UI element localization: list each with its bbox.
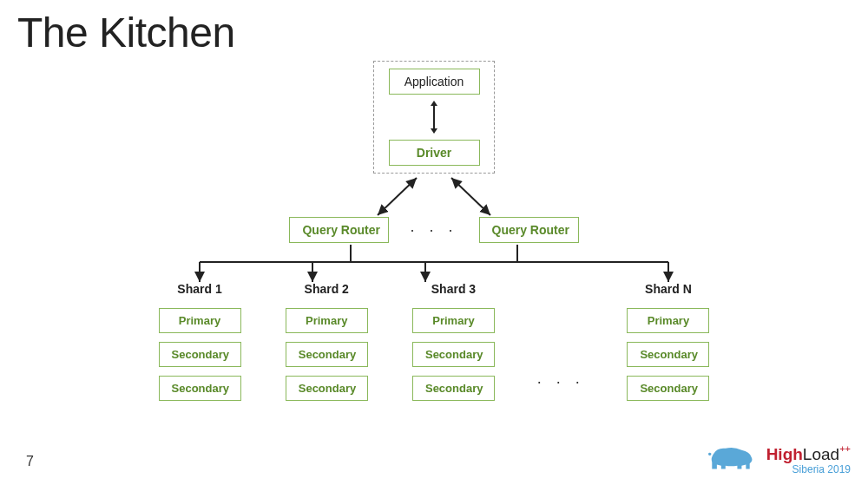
slide-title: The Kitchen: [17, 9, 235, 56]
svg-line-0: [378, 178, 417, 215]
query-router-right: Query Router: [479, 217, 579, 243]
shard-column-2: Shard 2 Primary Secondary Secondary: [283, 282, 370, 401]
primary-box: Primary: [412, 308, 495, 333]
shard-title: Shard 3: [431, 282, 476, 296]
secondary-box: Secondary: [627, 376, 709, 401]
arrow-app-driver: [433, 105, 435, 129]
application-box: Application: [389, 69, 480, 95]
secondary-box: Secondary: [412, 376, 495, 401]
secondary-box: Secondary: [159, 342, 241, 367]
shard-column-n: Shard N Primary Secondary Secondary: [625, 282, 712, 401]
app-driver-group: Application Driver: [373, 61, 495, 174]
secondary-box: Secondary: [286, 342, 368, 367]
brand-plus: ++: [839, 443, 851, 454]
secondary-box: Secondary: [286, 376, 368, 401]
shard-title: Shard 2: [305, 282, 349, 296]
svg-line-1: [451, 178, 490, 215]
shard-column-3: Shard 3 Primary Secondary Secondary: [410, 282, 496, 401]
brand-load: Load: [803, 445, 839, 463]
footer-branding: HighLoad++ Siberia 2019: [704, 442, 851, 475]
shard-title: Shard N: [645, 282, 692, 296]
brand-subtitle: Siberia 2019: [792, 464, 851, 475]
bear-icon: [704, 442, 758, 475]
secondary-box: Secondary: [412, 342, 495, 367]
primary-box: Primary: [627, 308, 709, 333]
primary-box: Primary: [159, 308, 241, 333]
router-ellipsis: · · ·: [406, 221, 461, 239]
secondary-box: Secondary: [627, 342, 709, 367]
brand-text: HighLoad++ Siberia 2019: [766, 446, 851, 475]
query-router-left: Query Router: [289, 217, 389, 243]
shard-column-1: Shard 1 Primary Secondary Secondary: [156, 282, 243, 401]
driver-box: Driver: [389, 140, 480, 166]
shard-ellipsis: · · ·: [537, 282, 585, 429]
shard-title: Shard 1: [177, 282, 221, 296]
secondary-box: Secondary: [159, 376, 241, 401]
primary-box: Primary: [286, 308, 368, 333]
brand-title: HighLoad++: [766, 446, 851, 462]
shard-row: Shard 1 Primary Secondary Secondary Shar…: [156, 282, 712, 429]
page-number: 7: [26, 454, 34, 469]
router-row: Query Router · · · Query Router: [156, 217, 712, 243]
brand-high: High: [766, 445, 803, 463]
